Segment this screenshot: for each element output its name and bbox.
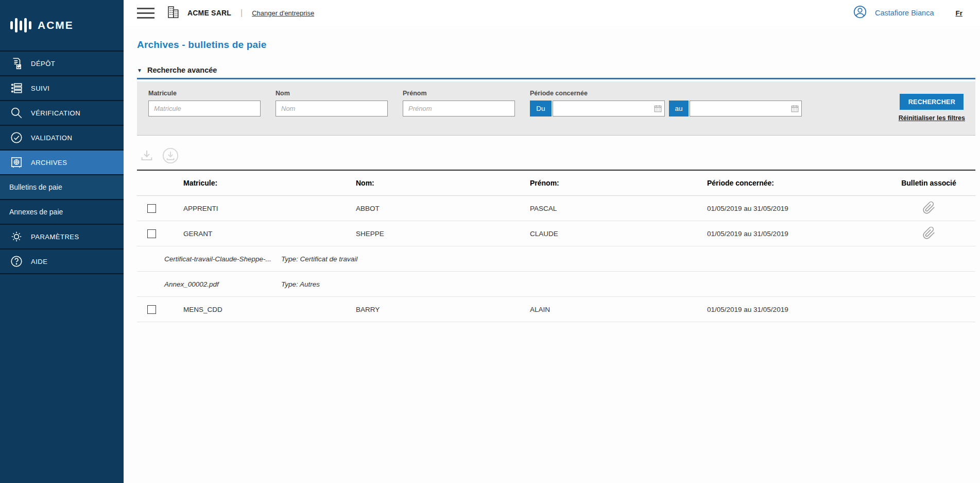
annex-filename[interactable]: Annex_00002.pdf (164, 280, 281, 288)
calendar-icon[interactable] (790, 104, 799, 115)
col-prenom: Prénom: (530, 179, 707, 187)
help-circle-icon (9, 254, 24, 269)
cell-periode: 01/05/2019 au 31/05/2019 (707, 230, 882, 238)
top-header: ACME SARL | Changer d'entreprise Castafi… (124, 0, 980, 26)
cell-nom: BARRY (356, 306, 530, 313)
company-name: ACME SARL (187, 9, 231, 17)
row-checkbox[interactable] (147, 204, 156, 213)
sidebar-subitem-bulletins[interactable]: Bulletins de paie (0, 175, 124, 200)
brand-logo: ACME (0, 0, 124, 52)
language-selector[interactable]: Fr (956, 9, 963, 17)
user-avatar-icon[interactable] (852, 4, 868, 22)
calendar-icon[interactable] (654, 104, 662, 115)
col-periode: Période concernée: (707, 179, 882, 187)
cell-periode: 01/05/2019 au 31/05/2019 (707, 205, 882, 212)
collapse-arrow-icon: ▼ (137, 68, 142, 73)
document-upload-icon (9, 56, 24, 71)
safe-icon (9, 155, 24, 170)
building-icon (166, 4, 181, 22)
sidebar-item-depot[interactable]: DÉPÔT (0, 52, 124, 76)
cell-periode: 01/05/2019 au 31/05/2019 (707, 306, 882, 313)
section-rule (137, 78, 975, 79)
sidebar-item-label: SUIVI (31, 85, 49, 92)
table-row: GERANT SHEPPE CLAUDE 01/05/2019 au 31/05… (137, 221, 975, 246)
sidebar-item-label: VÉRIFICATION (31, 109, 80, 117)
annex-filename[interactable]: Certificat-travail-Claude-Sheppe-... (164, 255, 281, 263)
brand-name: ACME (38, 19, 74, 31)
sidebar-item-parametres[interactable]: PARAMÈTRES (0, 225, 124, 249)
period-from-tag: Du (530, 101, 552, 116)
matricule-label: Matricule (148, 90, 261, 97)
col-matricule: Matricule: (173, 179, 356, 187)
col-bulletin: Bulletin associé (882, 179, 975, 187)
paperclip-icon[interactable] (922, 201, 936, 216)
cell-prenom: CLAUDE (530, 230, 707, 238)
period-to-tag: au (669, 101, 689, 116)
prenom-input[interactable] (403, 101, 515, 116)
sidebar: ACME DÉPÔT SUIVI (0, 0, 124, 483)
table-row: MENS_CDD BARRY ALAIN 01/05/2019 au 31/05… (137, 297, 975, 322)
reset-filters-link[interactable]: Réinitialiser les filtres (899, 114, 965, 122)
list-icon (9, 81, 24, 95)
app-root: ACME DÉPÔT SUIVI (0, 0, 980, 483)
hamburger-menu-icon[interactable] (137, 8, 154, 19)
cell-matricule: GERANT (173, 230, 356, 238)
advanced-search-title: Recherche avancée (147, 66, 217, 74)
gear-icon (9, 229, 24, 244)
download-icon[interactable] (139, 148, 154, 163)
period-to-input[interactable] (690, 101, 802, 116)
check-circle-icon (9, 130, 24, 145)
col-nom: Nom: (356, 179, 530, 187)
paperclip-icon[interactable] (922, 226, 936, 241)
page-content: Archives - bulletins de paie ▼ Recherche… (124, 26, 980, 322)
annex-row: Annex_00002.pdf Type: Autres (137, 272, 975, 297)
search-button[interactable]: RECHERCHER (900, 94, 964, 110)
sidebar-item-label: PARAMÈTRES (31, 233, 79, 241)
sidebar-item-aide[interactable]: AIDE (0, 249, 124, 274)
row-checkbox[interactable] (147, 305, 156, 314)
sidebar-item-suivi[interactable]: SUIVI (0, 76, 124, 101)
period-from-input[interactable] (553, 101, 665, 116)
search-panel: Matricule Nom Prénom Période concernée D… (137, 81, 975, 136)
table-row: APPRENTI ABBOT PASCAL 01/05/2019 au 31/0… (137, 196, 975, 221)
sidebar-item-archives[interactable]: ARCHIVES (0, 151, 124, 175)
nom-input[interactable] (276, 101, 388, 116)
annex-type: Type: Certificat de travail (281, 255, 357, 263)
advanced-search-toggle[interactable]: ▼ Recherche avancée (137, 66, 975, 74)
user-name[interactable]: Castafiore Bianca (875, 9, 934, 17)
magnifier-icon (9, 106, 24, 120)
main-area: ACME SARL | Changer d'entreprise Castafi… (124, 0, 980, 483)
cell-prenom: PASCAL (530, 205, 707, 212)
sidebar-subitem-label: Annexes de paie (9, 208, 63, 216)
sidebar-item-label: AIDE (31, 258, 47, 265)
change-company-link[interactable]: Changer d'entreprise (252, 9, 314, 17)
results-table: Matricule: Nom: Prénom: Période concerné… (137, 170, 975, 322)
cell-nom: ABBOT (356, 205, 530, 212)
cell-matricule: MENS_CDD (173, 306, 356, 313)
sidebar-item-label: ARCHIVES (31, 159, 67, 166)
header-divider: | (240, 8, 243, 18)
prenom-label: Prénom (403, 90, 515, 97)
cell-nom: SHEPPE (356, 230, 530, 238)
cell-prenom: ALAIN (530, 306, 707, 313)
page-title: Archives - bulletins de paie (137, 39, 975, 51)
nom-label: Nom (276, 90, 388, 97)
sidebar-subitem-label: Bulletins de paie (9, 183, 62, 191)
row-checkbox[interactable] (147, 229, 156, 238)
period-label: Période concernée (530, 90, 802, 97)
sidebar-item-label: VALIDATION (31, 134, 72, 142)
sidebar-item-validation[interactable]: VALIDATION (0, 126, 124, 151)
annex-type: Type: Autres (281, 280, 320, 288)
sidebar-subitem-annexes[interactable]: Annexes de paie (0, 200, 124, 225)
annex-row: Certificat-travail-Claude-Sheppe-... Typ… (137, 246, 975, 272)
table-header-row: Matricule: Nom: Prénom: Période concerné… (137, 171, 975, 196)
acme-bars-icon (10, 18, 31, 32)
download-all-icon[interactable] (162, 147, 179, 164)
cell-matricule: APPRENTI (173, 205, 356, 212)
sidebar-item-verification[interactable]: VÉRIFICATION (0, 101, 124, 126)
sidebar-item-label: DÉPÔT (31, 60, 55, 68)
matricule-input[interactable] (148, 101, 261, 116)
table-toolbar (137, 147, 975, 164)
